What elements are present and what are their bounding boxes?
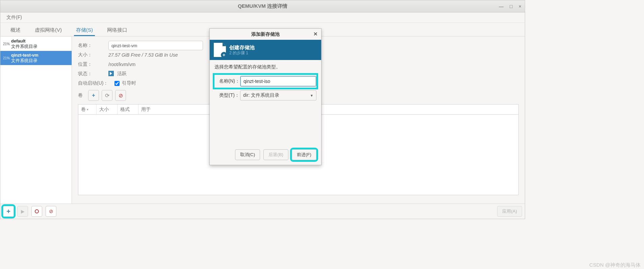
dialog-prompt: 选择您希望配置的存储池类型。	[214, 64, 316, 70]
back-button: 后退(B)	[263, 149, 288, 160]
dialog-name-label: 名称(N)：	[215, 78, 240, 84]
label-state: 状态：	[78, 71, 108, 77]
add-storage-pool-dialog: 添加新存储池 ✕ 创建存储池 2 的步骤 1 选择您希望配置的存储池类型。 名称…	[209, 28, 321, 165]
menubar: 文件(F)	[0, 12, 525, 23]
tab-overview[interactable]: 概述	[8, 24, 23, 36]
pool-usage-pct: 21%	[2, 42, 10, 46]
col-format[interactable]: 格式	[118, 104, 138, 114]
refresh-button[interactable]: ⟳	[102, 90, 112, 101]
apply-button: 应用(A)	[497, 206, 522, 217]
add-volume-button[interactable]: +	[88, 90, 99, 101]
type-value: dir: 文件系统目录	[243, 92, 279, 98]
type-row: 类型(T)： dir: 文件系统目录 ▼	[214, 89, 316, 102]
autostart-text: 引导时	[122, 80, 136, 86]
label-size: 大小：	[78, 52, 108, 58]
bottom-toolbar: + ▶ ⊘ 应用(A)	[0, 204, 525, 219]
pool-type: 文件系统目录	[11, 44, 37, 49]
close-icon[interactable]: ×	[519, 4, 521, 9]
autostart-checkbox[interactable]	[114, 81, 120, 86]
col-size[interactable]: 大小	[97, 104, 118, 114]
minimize-icon[interactable]: —	[499, 4, 504, 9]
dialog-buttons: 取消(C) 后退(B) 前进(F)	[235, 149, 316, 160]
col-volume[interactable]: 卷▾	[78, 104, 97, 114]
stop-pool-button[interactable]	[31, 206, 42, 217]
window-title: QEMU/KVM 连接详情	[238, 3, 287, 9]
label-volume: 卷	[78, 92, 85, 98]
dialog-body: 选择您希望配置的存储池类型。 名称(N)： 类型(T)： dir: 文件系统目录…	[210, 60, 321, 107]
pool-text: qinzt-test-vm 文件系统目录	[11, 53, 38, 64]
name-row: 名称(N)：	[214, 75, 316, 88]
add-pool-button[interactable]: +	[3, 206, 14, 217]
banner-title: 创建存储池	[229, 44, 255, 50]
sort-icon: ▾	[87, 108, 88, 111]
pool-text: default 文件系统目录	[11, 38, 37, 50]
watermark: CSDN @神奇的海马体	[589, 262, 641, 268]
pool-name: default	[11, 38, 37, 44]
delete-pool-button[interactable]: ⊘	[46, 206, 56, 217]
dialog-close-button[interactable]: ✕	[313, 31, 318, 37]
dialog-banner: 创建存储池 2 的步骤 1	[210, 40, 321, 60]
maximize-icon[interactable]: □	[510, 4, 512, 9]
pool-name-field[interactable]	[240, 76, 316, 86]
dialog-type-label: 类型(T)：	[214, 92, 240, 98]
start-pool-button: ▶	[17, 206, 28, 217]
pool-type-select[interactable]: dir: 文件系统目录 ▼	[240, 90, 316, 100]
forward-button[interactable]: 前进(F)	[292, 149, 316, 160]
label-name: 名称：	[78, 42, 108, 49]
pool-usage-pct: 21%	[2, 56, 10, 60]
banner-step: 2 的步骤 1	[229, 51, 255, 55]
pool-name: qinzt-test-vm	[11, 53, 38, 58]
col-used-by[interactable]: 用于	[138, 104, 518, 114]
window-controls: — □ ×	[499, 4, 521, 9]
pool-item-default[interactable]: 21% default 文件系统目录	[0, 37, 72, 51]
dialog-titlebar[interactable]: 添加新存储池 ✕	[210, 29, 321, 40]
tab-virtual-network[interactable]: 虚拟网络(V)	[33, 24, 64, 36]
tab-network-interface[interactable]: 网络接口	[105, 24, 129, 36]
pool-type: 文件系统目录	[11, 58, 38, 63]
titlebar[interactable]: QEMU/KVM 连接详情 — □ ×	[0, 0, 525, 12]
label-location: 位置：	[78, 61, 108, 67]
tab-storage[interactable]: 存储(S)	[74, 24, 95, 36]
pool-name-input[interactable]	[108, 41, 203, 50]
pool-item-qinzt-test-vm[interactable]: 21% qinzt-test-vm 文件系统目录	[0, 51, 72, 65]
document-add-icon	[214, 43, 226, 57]
pool-size-value: 27.57 GiB Free / 7.53 GiB In Use	[108, 52, 178, 58]
play-icon	[108, 71, 114, 76]
label-autostart: 自动启动(U)：	[78, 80, 113, 86]
chevron-down-icon: ▼	[310, 94, 313, 97]
cancel-button[interactable]: 取消(C)	[235, 149, 260, 160]
record-icon	[35, 209, 39, 213]
storage-pool-list: 21% default 文件系统目录 21% qinzt-test-vm 文件系…	[0, 37, 72, 204]
pool-state-value: 活跃	[108, 71, 127, 77]
menu-file[interactable]: 文件(F)	[4, 14, 25, 21]
pool-location-value: /root/kvm/vm	[108, 62, 135, 67]
dialog-title: 添加新存储池	[251, 31, 280, 37]
state-text: 活跃	[117, 71, 127, 76]
delete-volume-button[interactable]: ⊘	[115, 90, 126, 101]
banner-text: 创建存储池 2 的步骤 1	[229, 44, 255, 55]
